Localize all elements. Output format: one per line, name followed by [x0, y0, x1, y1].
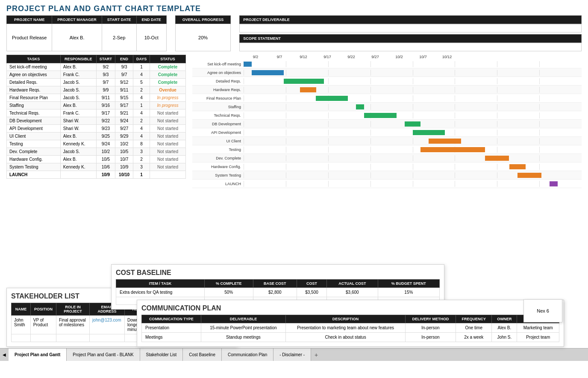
tab-item[interactable]: Project Plan and Gantt — [9, 348, 67, 361]
gantt-bar — [252, 70, 284, 75]
col-header-end: END DATE — [136, 16, 166, 24]
gantt-bar — [284, 79, 324, 84]
gantt-row: Final Resource Plan — [192, 94, 582, 103]
gantt-row: DB Development — [192, 120, 582, 128]
gantt-date-label: 10/2 — [387, 55, 411, 59]
gantt-bar — [316, 96, 348, 101]
task-status: Overdue — [150, 86, 186, 94]
gantt-row: Hardware Config. — [192, 162, 582, 171]
sh-role: Final approval of milestones — [56, 316, 89, 334]
gantt-row: Testing — [192, 145, 582, 154]
sh-email-link[interactable]: john@123.com — [92, 318, 121, 322]
gantt-row-track — [244, 121, 582, 127]
tab-item[interactable]: Communication Plan — [222, 348, 273, 361]
task-status: Complete — [150, 63, 186, 71]
gantt-row-label: System Testing — [192, 173, 244, 177]
gantt-bar — [244, 62, 252, 67]
gantt-bar — [364, 113, 396, 118]
gantt-row-label: UI Client — [192, 139, 244, 143]
col-start: START — [96, 55, 115, 63]
tab-item[interactable]: - Disclaimer - — [273, 348, 311, 361]
communication-plan-section: COMMUNICATION PLAN COMMUNICATION TYPE DE… — [137, 300, 564, 347]
tab-add-button[interactable]: + — [311, 348, 321, 361]
cost-col-item: ITEM / TASK — [116, 280, 205, 288]
comm-col-deliverable: DELIVERABLE — [201, 315, 286, 323]
project-info-table: PROJECT NAME PROJECT MANAGER START DATE … — [6, 15, 167, 51]
gantt-row-track — [244, 181, 582, 187]
tab-item[interactable]: Stakeholder List — [140, 348, 183, 361]
col-days: DAYS — [133, 55, 150, 63]
col-header-manager: PROJECT MANAGER — [52, 16, 102, 24]
task-section: TASKS RESPONSIBLE START END DAYS STATUS … — [6, 55, 186, 188]
gantt-bar — [485, 156, 509, 161]
comm-col-frequency: FREQUENCY — [456, 315, 492, 323]
tab-item[interactable]: Cost Baseline — [183, 348, 222, 361]
col-tasks: TASKS — [7, 55, 61, 63]
top-section: PROJECT NAME PROJECT MANAGER START DATE … — [0, 15, 588, 51]
col-header-progress: OVERALL PROGRESS — [175, 16, 230, 24]
cost-col-budget: % BUDGET SPENT — [378, 280, 439, 288]
gantt-date-label: 9/27 — [363, 55, 387, 59]
comm-col-method: DELIVERY METHOD — [405, 315, 456, 323]
gantt-row-track — [244, 78, 582, 84]
gantt-rows: Set kick-off meetingAgree on objectivesD… — [192, 60, 582, 188]
task-table: TASKS RESPONSIBLE START END DAYS STATUS … — [6, 55, 186, 179]
task-status — [150, 171, 186, 179]
col-header-start: START DATE — [102, 16, 136, 24]
tab-item[interactable]: Project Plan and Gantt - BLANK — [67, 348, 140, 361]
cost-title: COST BASELINE — [116, 269, 440, 277]
task-row: Agree on objectivesFrank C.9/39/74Comple… — [7, 71, 186, 79]
task-status: Not started — [150, 148, 186, 156]
gantt-row: Hardware Reqs. — [192, 86, 582, 94]
sh-name: John Smith — [12, 316, 31, 334]
task-status: Complete — [150, 71, 186, 79]
gantt-header: 9/29/79/129/179/229/2710/210/710/12 — [244, 55, 582, 59]
gantt-row: Technical Reqs. — [192, 111, 582, 120]
gantt-bar — [300, 87, 316, 92]
project-manager-value: Alex B. — [52, 24, 102, 51]
gantt-bar — [429, 139, 461, 144]
gantt-row-label: Hardware Reqs. — [192, 88, 244, 92]
cost-col-pct: % COMPLETE — [204, 280, 253, 288]
col-end: END — [115, 55, 133, 63]
gantt-bar — [413, 130, 445, 135]
gantt-row-label: Dev. Complete — [192, 156, 244, 160]
task-status: Not started — [150, 156, 186, 163]
gantt-row-track — [244, 147, 582, 153]
sh-email: john@123.com — [90, 316, 125, 334]
gantt-date-label: 9/2 — [244, 55, 268, 59]
project-deliverable: PROJECT DELIVERABLE SCOPE STATEMENT — [239, 15, 582, 51]
task-row: Final Resource PlanJacob S.9/119/154In p… — [7, 94, 186, 102]
next-label: Nex 6 — [523, 299, 562, 322]
sh-col-position: POSITION — [30, 303, 56, 316]
task-row: Technical Reqs.Frank C.9/179/214Not star… — [7, 109, 186, 117]
tab-prev-button[interactable]: ◀ — [0, 348, 9, 361]
sh-position: VP of Product — [30, 316, 56, 334]
tab-bar: ◀ Project Plan and GanttProject Plan and… — [0, 348, 588, 361]
end-date-value: 10-Oct — [136, 24, 166, 51]
scope-header: SCOPE STATEMENT — [239, 34, 582, 43]
comm-row: Presentation15-minute PowerPoint present… — [142, 323, 559, 333]
start-date-value: 2-Sep — [102, 24, 136, 51]
gantt-chart: 9/29/79/129/179/229/2710/210/710/12 Set … — [192, 55, 582, 188]
gantt-row-label: Set kick-off meeting — [192, 62, 244, 66]
task-row: System TestingKennedy K.10/610/93Not sta… — [7, 163, 186, 171]
col-responsible: RESPONSIBLE — [60, 55, 96, 63]
task-row: Hardware Config.Alex B.10/510/72Not star… — [7, 156, 186, 163]
gantt-date-label: 9/22 — [339, 55, 363, 59]
task-row: Set kick-off meetingAlex B.9/29/31Comple… — [7, 63, 186, 71]
gantt-date-label: 10/12 — [435, 55, 459, 59]
task-row: Dev. CompleteJacob S.10/210/53Not starte… — [7, 148, 186, 156]
cost-actual: $3,600 — [327, 288, 378, 297]
comm-col-owner: OWNER — [492, 315, 517, 323]
task-status: Not started — [150, 163, 186, 171]
task-row: Hardware Reqs.Jacob S.9/99/112Overdue — [7, 86, 186, 94]
page-title: PROJECT PLAN AND GANTT CHART TEMPLATE — [0, 0, 588, 15]
gantt-bar — [517, 173, 541, 178]
scope-body — [239, 43, 582, 51]
task-status: Not started — [150, 109, 186, 117]
gantt-bar — [509, 164, 526, 169]
progress-value: 20% — [175, 24, 230, 51]
sh-col-name: NAME — [12, 303, 31, 316]
gantt-bar — [550, 181, 558, 186]
